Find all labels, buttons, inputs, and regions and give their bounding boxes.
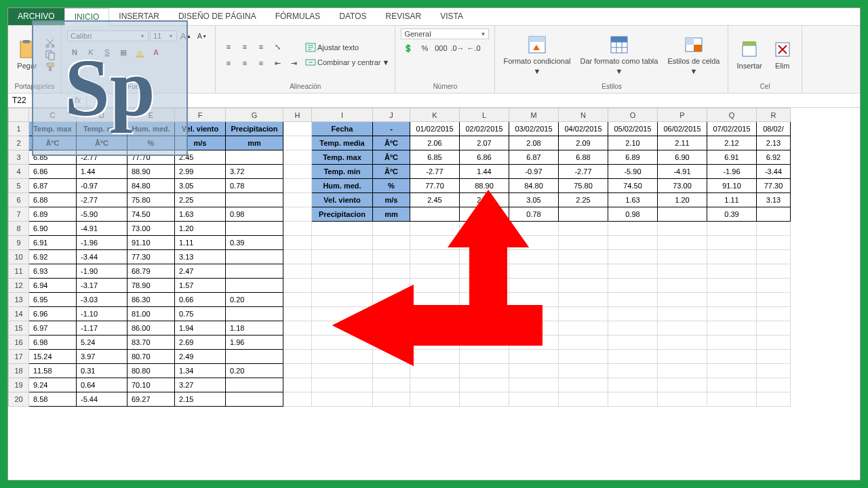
cell[interactable]	[509, 293, 559, 307]
cell[interactable]	[707, 293, 757, 307]
cell[interactable]	[226, 307, 283, 321]
cell[interactable]	[608, 336, 658, 350]
cell[interactable]	[658, 364, 707, 378]
cell[interactable]	[658, 392, 707, 407]
cell[interactable]: Fecha	[312, 122, 373, 136]
cell[interactable]: Temp. max	[29, 122, 77, 136]
cell[interactable]: 6.92	[29, 250, 77, 264]
row-header[interactable]: 5	[9, 179, 29, 193]
cell[interactable]	[460, 364, 509, 378]
row-header[interactable]: 7	[9, 207, 29, 222]
cell[interactable]	[373, 264, 410, 279]
tab-diseno[interactable]: DISEÑO DE PÁGINA	[169, 8, 266, 25]
cell[interactable]	[757, 307, 791, 321]
cell[interactable]: 11.58	[29, 364, 77, 378]
cell[interactable]: 1.11	[707, 193, 757, 207]
cell[interactable]: 6.88	[29, 193, 77, 207]
col-header[interactable]: G	[226, 108, 283, 122]
cell[interactable]: -4.91	[77, 222, 127, 236]
cell[interactable]: 1.63	[608, 193, 658, 207]
cell[interactable]: 3.05	[509, 193, 559, 207]
cell[interactable]	[608, 222, 658, 236]
cell[interactable]: 0.66	[175, 293, 226, 307]
cell[interactable]: 77.70	[410, 179, 460, 193]
cell[interactable]: 6.91	[707, 150, 757, 165]
cell[interactable]	[707, 378, 757, 392]
cell[interactable]	[757, 264, 791, 279]
cell[interactable]: mm	[226, 136, 283, 150]
cell[interactable]: -	[373, 122, 410, 136]
shrink-font-icon[interactable]: A▼	[195, 28, 210, 43]
cell[interactable]	[460, 279, 509, 293]
cell[interactable]: 6.87	[29, 179, 77, 193]
cell[interactable]: -5.44	[77, 392, 127, 407]
cell[interactable]	[312, 222, 373, 236]
cell[interactable]	[757, 321, 791, 336]
cell[interactable]: 1.44	[77, 165, 127, 179]
row-header[interactable]: 10	[9, 250, 29, 264]
cell[interactable]	[658, 336, 707, 350]
cell[interactable]: 75.80	[127, 193, 175, 207]
cell[interactable]	[658, 307, 707, 321]
cell[interactable]: 07/02/2015	[707, 122, 757, 136]
cell[interactable]	[757, 250, 791, 264]
cell[interactable]	[757, 293, 791, 307]
cell[interactable]	[460, 293, 509, 307]
row-header[interactable]: 16	[9, 336, 29, 350]
col-header[interactable]: N	[559, 108, 608, 122]
cell[interactable]	[509, 264, 559, 279]
cell[interactable]: 0.39	[226, 236, 283, 250]
cell[interactable]	[312, 364, 373, 378]
cell[interactable]: 6.90	[658, 150, 707, 165]
cell[interactable]: Vel. viento	[312, 193, 373, 207]
bold-button[interactable]: N	[67, 45, 82, 60]
formula-input[interactable]	[87, 94, 860, 107]
cell[interactable]	[658, 279, 707, 293]
cell[interactable]: 0.75	[175, 307, 226, 321]
cell[interactable]: 1.63	[175, 207, 226, 222]
cell[interactable]: 2.49	[175, 350, 226, 364]
cell[interactable]: %	[373, 179, 410, 193]
cell[interactable]	[757, 222, 791, 236]
cell[interactable]	[559, 392, 608, 407]
cell[interactable]	[509, 364, 559, 378]
cell[interactable]	[559, 250, 608, 264]
cell[interactable]	[509, 350, 559, 364]
cell[interactable]: 3.27	[175, 378, 226, 392]
cell[interactable]	[509, 321, 559, 336]
cell[interactable]	[460, 307, 509, 321]
tab-inicio[interactable]: INICIO	[64, 8, 110, 26]
row-header[interactable]: 6	[9, 193, 29, 207]
cell[interactable]	[707, 264, 757, 279]
cell[interactable]: 2.69	[175, 336, 226, 350]
cell[interactable]	[757, 279, 791, 293]
cell[interactable]: 6.86	[29, 165, 77, 179]
cell[interactable]: 6.98	[29, 336, 77, 350]
cell[interactable]: -0.97	[509, 165, 559, 179]
cell[interactable]	[608, 364, 658, 378]
cell[interactable]	[757, 350, 791, 364]
cell[interactable]: 2.45	[410, 193, 460, 207]
cell[interactable]: 08/02/	[757, 122, 791, 136]
cell[interactable]: ÂºC	[373, 150, 410, 165]
align-left-icon[interactable]: ≡	[221, 56, 236, 70]
font-name-combo[interactable]: Calibri▼	[67, 30, 149, 41]
cell[interactable]	[757, 378, 791, 392]
cell[interactable]	[373, 364, 410, 378]
cell[interactable]	[559, 321, 608, 336]
cell[interactable]: 2.47	[175, 264, 226, 279]
cell[interactable]	[312, 321, 373, 336]
cell[interactable]: 6.97	[29, 321, 77, 336]
cell[interactable]: Vel. viento	[175, 122, 226, 136]
align-center-icon[interactable]: ≡	[237, 56, 252, 70]
cell[interactable]: 1.57	[175, 279, 226, 293]
cell[interactable]	[283, 336, 312, 350]
cell[interactable]: 6.88	[559, 150, 608, 165]
cell[interactable]	[658, 350, 707, 364]
cut-icon[interactable]	[45, 37, 56, 48]
cell[interactable]	[410, 250, 460, 264]
cell[interactable]: 0.64	[77, 378, 127, 392]
cell[interactable]: 75.80	[559, 179, 608, 193]
cell[interactable]: 8.58	[29, 392, 77, 407]
cell[interactable]: 69.27	[127, 392, 175, 407]
